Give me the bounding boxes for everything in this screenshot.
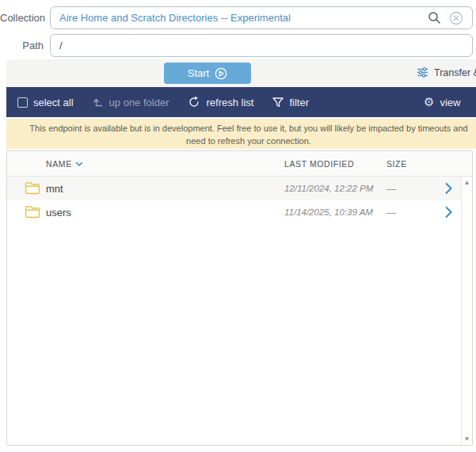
- start-button[interactable]: Start: [164, 63, 251, 84]
- select-all-checkbox[interactable]: [17, 97, 28, 108]
- up-one-folder-button[interactable]: up one folder: [93, 97, 169, 108]
- row-size: —: [387, 207, 396, 218]
- row-name: users: [46, 207, 71, 218]
- select-all-label: select all: [33, 97, 74, 108]
- open-folder-chevron-icon[interactable]: [444, 206, 453, 218]
- refresh-list-button[interactable]: refresh list: [188, 96, 253, 108]
- filter-funnel-icon: [272, 97, 284, 108]
- folder-icon: [25, 205, 40, 218]
- row-last-modified: 12/11/2024, 12:22 PM: [284, 184, 373, 193]
- column-header-last-modified-label: LAST MODIFIED: [284, 159, 354, 169]
- select-all-control[interactable]: select all: [17, 97, 74, 108]
- endpoint-form: Collection Aire Home and Scratch Directo…: [0, 6, 473, 62]
- clear-collection-icon[interactable]: [449, 11, 463, 25]
- list-toolbar: select all up one folder refresh list fi…: [6, 87, 476, 117]
- play-circle-icon: [215, 67, 227, 80]
- path-row: Path /: [0, 34, 473, 57]
- search-icon[interactable]: [428, 11, 441, 25]
- transfer-timer-options-button[interactable]: Transfer & Ti: [417, 66, 476, 78]
- collection-label: Collection: [0, 12, 44, 24]
- scroll-down-arrow[interactable]: ▼: [462, 435, 472, 443]
- file-list: NAME LAST MODIFIED SIZE mnt 12/11/2024, …: [6, 150, 473, 446]
- folder-icon: [25, 181, 40, 195]
- start-button-label: Start: [188, 67, 209, 79]
- refresh-list-label: refresh list: [206, 97, 253, 108]
- up-one-folder-icon: [93, 97, 104, 108]
- row-last-modified: 11/14/2025, 10:39 AM: [284, 207, 373, 217]
- file-list-header: NAME LAST MODIFIED SIZE: [7, 151, 472, 177]
- column-header-last-modified[interactable]: LAST MODIFIED: [284, 159, 354, 169]
- endpoint-notice-text: This endpoint is available but is in dev…: [29, 123, 467, 146]
- view-button[interactable]: ⚙ view: [424, 97, 460, 108]
- sliders-icon: [417, 66, 428, 78]
- column-header-name-label: NAME: [46, 159, 72, 169]
- view-label: view: [440, 97, 460, 108]
- filter-label: filter: [289, 97, 309, 108]
- collection-value: Aire Home and Scratch Directories -- Exp…: [59, 12, 421, 24]
- sort-chevron-down-icon: [75, 161, 83, 167]
- gear-icon: ⚙: [424, 97, 434, 108]
- path-label: Path: [0, 40, 44, 51]
- transfer-timer-options-label: Transfer & Ti: [434, 67, 476, 78]
- refresh-icon: [188, 96, 200, 108]
- action-strip: Start Transfer & Ti: [6, 59, 476, 87]
- open-folder-chevron-icon[interactable]: [444, 182, 453, 195]
- row-size: —: [387, 184, 396, 195]
- collection-row: Collection Aire Home and Scratch Directo…: [0, 6, 473, 29]
- path-input[interactable]: /: [50, 34, 473, 57]
- column-header-name[interactable]: NAME: [46, 159, 83, 169]
- endpoint-notice-banner: This endpoint is available but is in dev…: [6, 119, 476, 149]
- table-row[interactable]: users 11/14/2025, 10:39 AM —: [7, 200, 472, 224]
- scroll-up-arrow[interactable]: ▲: [462, 179, 472, 187]
- column-header-size-label: SIZE: [387, 159, 407, 169]
- list-scrollbar[interactable]: ▲ ▼: [461, 177, 472, 445]
- up-one-folder-label: up one folder: [109, 97, 169, 108]
- path-value: /: [59, 40, 463, 51]
- table-row[interactable]: mnt 12/11/2024, 12:22 PM —: [7, 177, 472, 200]
- collection-input[interactable]: Aire Home and Scratch Directories -- Exp…: [50, 6, 473, 29]
- file-manager-panel: Start Transfer & Ti select all: [6, 59, 476, 446]
- filter-button[interactable]: filter: [272, 97, 309, 108]
- column-header-size[interactable]: SIZE: [387, 159, 407, 169]
- row-name: mnt: [46, 183, 63, 195]
